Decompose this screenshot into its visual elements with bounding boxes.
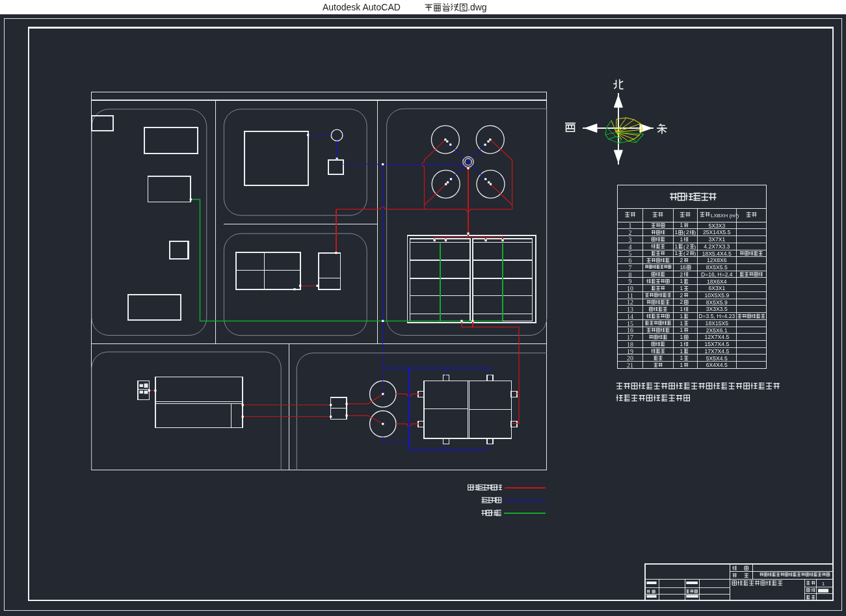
- svg-text:9: 9: [628, 278, 631, 285]
- svg-text:1: 1: [680, 320, 683, 327]
- svg-text:18X5.4X4.5: 18X5.4X4.5: [702, 250, 732, 257]
- svg-text:2: 2: [680, 299, 683, 305]
- svg-text:1: 1: [680, 278, 683, 284]
- svg-text:16: 16: [627, 327, 633, 334]
- svg-text:1: 1: [822, 581, 825, 587]
- svg-text:D=3.5, H=4.23: D=3.5, H=4.23: [698, 313, 735, 319]
- svg-text:15: 15: [627, 320, 633, 327]
- svg-text:12: 12: [627, 299, 633, 306]
- svg-text:21: 21: [627, 362, 633, 369]
- svg-text:12X8X6: 12X8X6: [707, 257, 727, 263]
- svg-text:13: 13: [627, 306, 633, 313]
- svg-text:2: 2: [680, 292, 683, 299]
- svg-text:6X4X4.5: 6X4X4.5: [706, 362, 728, 368]
- svg-text:17: 17: [627, 334, 633, 341]
- svg-text:6: 6: [628, 257, 631, 264]
- svg-text:3X3X3.5: 3X3X3.5: [706, 306, 728, 312]
- svg-text:2: 2: [680, 271, 683, 278]
- svg-text:5X5X4.5: 5X5X4.5: [706, 355, 728, 362]
- svg-text:1: 1: [680, 313, 683, 319]
- svg-text:5: 5: [628, 250, 631, 257]
- svg-text:3X7X1: 3X7X1: [708, 236, 725, 243]
- svg-text:3: 3: [628, 236, 631, 243]
- svg-text:19: 19: [627, 348, 633, 355]
- svg-text:1: 1: [628, 222, 631, 229]
- svg-text:7: 7: [628, 264, 631, 271]
- svg-text:5X3X3: 5X3X3: [708, 222, 725, 229]
- svg-text:1: 1: [680, 362, 683, 368]
- svg-text:8X5X5.5: 8X5X5.5: [706, 264, 728, 271]
- svg-text:10X5X5.9: 10X5X5.9: [704, 292, 729, 299]
- svg-text:2: 2: [686, 229, 689, 235]
- svg-text:25X14X5.5: 25X14X5.5: [703, 229, 731, 235]
- svg-text:20: 20: [627, 355, 633, 362]
- svg-text:2: 2: [686, 250, 689, 256]
- svg-text:): ): [694, 244, 696, 250]
- svg-text:1: 1: [680, 236, 683, 243]
- svg-text:1: 1: [680, 334, 683, 340]
- svg-text:D=16, H=2.4: D=16, H=2.4: [701, 271, 733, 278]
- svg-text:2: 2: [680, 257, 683, 263]
- svg-text:16: 16: [680, 264, 686, 271]
- svg-text:(: (: [683, 244, 685, 250]
- svg-text:(: (: [683, 230, 685, 235]
- svg-text:18X6X4: 18X6X4: [707, 278, 727, 285]
- svg-text:4: 4: [628, 243, 631, 250]
- svg-text:1: 1: [674, 250, 678, 256]
- svg-text:1: 1: [674, 229, 678, 235]
- svg-text:2: 2: [686, 243, 689, 250]
- svg-text:1: 1: [680, 355, 683, 361]
- svg-text:): ): [694, 230, 696, 235]
- svg-text:1: 1: [674, 243, 678, 250]
- svg-text:LXBXH (m³): LXBXH (m³): [711, 213, 739, 219]
- svg-text:2X5X6.1: 2X5X6.1: [706, 327, 728, 334]
- svg-text:8: 8: [628, 271, 631, 278]
- svg-text:): ): [694, 250, 696, 256]
- svg-text:12X7X4.5: 12X7X4.5: [704, 334, 729, 340]
- svg-text:2: 2: [628, 229, 631, 236]
- svg-text:15X7X4.5: 15X7X4.5: [704, 341, 729, 347]
- svg-text:6X3X1: 6X3X1: [708, 285, 725, 291]
- svg-text:14: 14: [627, 313, 633, 320]
- svg-text:8X5X5.9: 8X5X5.9: [706, 299, 728, 306]
- svg-text:1: 1: [680, 306, 683, 312]
- svg-text:1: 1: [680, 327, 683, 333]
- svg-text:18: 18: [627, 341, 633, 348]
- svg-text:1: 1: [680, 341, 683, 347]
- svg-text:(: (: [683, 250, 685, 256]
- svg-text:1: 1: [680, 222, 683, 228]
- svg-text:18X15X5: 18X15X5: [706, 320, 729, 327]
- svg-text:17X7X4.5: 17X7X4.5: [704, 348, 729, 355]
- svg-text:1: 1: [680, 348, 683, 355]
- svg-text:10: 10: [627, 285, 633, 292]
- svg-text:11: 11: [627, 292, 633, 299]
- svg-text:1: 1: [680, 285, 683, 291]
- svg-text:4.2X7X3.3: 4.2X7X3.3: [704, 243, 730, 250]
